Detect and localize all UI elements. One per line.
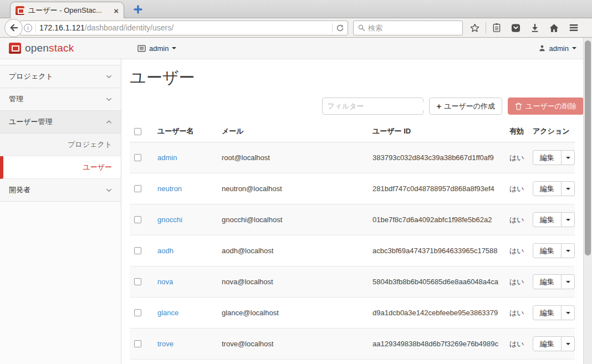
- address-text[interactable]: 172.16.1.121/dashboard/identity/users/: [39, 23, 329, 32]
- home-button[interactable]: [549, 23, 559, 33]
- column-header-email: メール: [217, 121, 368, 142]
- plus-icon: +: [436, 101, 441, 111]
- chevron-down-icon: [106, 74, 112, 79]
- edit-split-button: 編集: [533, 274, 575, 289]
- table-row: glance glance@localhost d9a1dcb0a3e142ce…: [130, 298, 575, 329]
- filter-input[interactable]: [327, 102, 425, 110]
- edit-dropdown-toggle[interactable]: [562, 336, 575, 351]
- browser-search-bar[interactable]: [353, 20, 463, 35]
- row-enabled-cell: はい: [505, 360, 528, 364]
- row-enabled-cell: はい: [505, 142, 528, 173]
- bookmark-star-button[interactable]: [469, 23, 480, 33]
- bookmarks-menu-button[interactable]: [492, 23, 502, 33]
- table-row: gnocchi gnocchi@localhost 01be7f8c7d6a40…: [130, 204, 575, 235]
- browser-tab-bar: ユーザー - OpenStac... ×: [0, 0, 592, 18]
- filter-field[interactable]: [322, 98, 423, 115]
- user-name-link[interactable]: nova: [157, 278, 173, 286]
- caret-down-icon: [566, 219, 570, 221]
- sidebar-section-identity[interactable]: ユーザー管理: [0, 111, 121, 134]
- select-all-checkbox[interactable]: [134, 128, 141, 135]
- caret-down-icon: [566, 250, 570, 252]
- row-checkbox[interactable]: [134, 340, 141, 347]
- menu-button[interactable]: [568, 23, 579, 32]
- row-name-cell: admin: [153, 142, 217, 173]
- row-email-cell: aodh@localhost: [217, 235, 368, 266]
- row-select-cell: [130, 329, 153, 360]
- row-select-cell: [130, 204, 153, 235]
- row-email-cell: glance@localhost: [217, 298, 368, 329]
- new-tab-button[interactable]: [132, 4, 144, 15]
- user-name-link[interactable]: glance: [157, 309, 178, 317]
- row-checkbox[interactable]: [134, 185, 141, 192]
- site-info-icon[interactable]: i: [24, 24, 32, 32]
- row-name-cell: trove: [153, 329, 217, 360]
- delete-users-button[interactable]: ユーザーの削除: [508, 98, 584, 115]
- url-bar[interactable]: i 172.16.1.121/dashboard/identity/users/: [20, 20, 348, 35]
- row-checkbox[interactable]: [134, 247, 141, 254]
- openstack-brand[interactable]: openstack: [9, 42, 74, 54]
- edit-dropdown-toggle[interactable]: [562, 274, 575, 289]
- row-enabled-cell: はい: [505, 235, 528, 266]
- user-account-menu[interactable]: admin: [538, 44, 576, 53]
- edit-button[interactable]: 編集: [533, 212, 562, 227]
- header-select-all[interactable]: [130, 121, 153, 142]
- user-name-link[interactable]: trove: [157, 340, 173, 348]
- download-arrow-icon: [530, 23, 540, 33]
- search-icon: [358, 24, 365, 32]
- home-icon: [549, 23, 559, 33]
- openstack-logo-icon: [9, 43, 21, 54]
- edit-button[interactable]: 編集: [533, 150, 562, 165]
- row-checkbox[interactable]: [134, 309, 141, 316]
- project-menu-label: admin: [149, 44, 169, 53]
- sidebar-section-project[interactable]: プロジェクト: [0, 65, 121, 88]
- page-title: ユーザー: [130, 67, 584, 89]
- row-email-cell: root@localhost: [217, 142, 368, 173]
- edit-dropdown-toggle[interactable]: [562, 212, 575, 227]
- edit-button[interactable]: 編集: [533, 243, 562, 258]
- row-id-cell: 383793c032d843c39a38b667d1ff0af9: [368, 142, 505, 173]
- edit-dropdown-toggle[interactable]: [562, 243, 575, 258]
- pocket-button[interactable]: [511, 23, 521, 33]
- user-name-link[interactable]: neutron: [157, 184, 182, 193]
- row-name-cell: neutron: [153, 173, 217, 204]
- sidebar-item-projects[interactable]: プロジェクト: [0, 134, 121, 156]
- back-button[interactable]: [4, 19, 23, 37]
- user-name-link[interactable]: gnocchi: [157, 216, 182, 224]
- user-name-link[interactable]: admin: [157, 153, 177, 162]
- user-name-link[interactable]: aodh: [157, 247, 173, 255]
- toolbar-separator: [486, 22, 486, 33]
- edit-button[interactable]: 編集: [533, 274, 562, 289]
- table-row: neutron neutron@localhost 281bdf747c0d48…: [130, 173, 575, 204]
- sidebar-item-users[interactable]: ユーザー: [0, 156, 121, 179]
- scrollbar-thumb[interactable]: [585, 40, 591, 255]
- hamburger-icon: [568, 23, 579, 32]
- row-enabled-cell: はい: [505, 298, 528, 329]
- sidebar-section-admin[interactable]: 管理: [0, 88, 121, 111]
- plus-icon: [134, 5, 142, 14]
- browser-search-input[interactable]: [368, 24, 440, 32]
- edit-dropdown-toggle[interactable]: [562, 150, 575, 165]
- edit-button[interactable]: 編集: [533, 181, 562, 196]
- sidebar: プロジェクト 管理 ユーザー管理 プロジェクト ユーザー 開発者: [0, 59, 121, 364]
- downloads-button[interactable]: [530, 23, 540, 33]
- browser-tab[interactable]: ユーザー - OpenStac... ×: [10, 2, 124, 19]
- row-id-cell: 281bdf747c0d48788957d868a8f93ef4: [368, 173, 505, 204]
- create-user-button[interactable]: + ユーザーの作成: [429, 98, 502, 115]
- edit-button[interactable]: 編集: [533, 336, 562, 351]
- reload-icon: [336, 24, 344, 32]
- edit-dropdown-toggle[interactable]: [562, 305, 575, 320]
- row-checkbox[interactable]: [134, 154, 141, 161]
- row-checkbox[interactable]: [134, 278, 141, 285]
- edit-dropdown-toggle[interactable]: [562, 181, 575, 196]
- row-name-cell: glance: [153, 298, 217, 329]
- table-controls: + ユーザーの作成 ユーザーの削除: [130, 98, 584, 115]
- edit-button[interactable]: 編集: [533, 305, 562, 320]
- tab-close-icon[interactable]: ×: [114, 7, 119, 15]
- sidebar-section-developer[interactable]: 開発者: [0, 179, 121, 202]
- trash-icon: [515, 102, 522, 110]
- reload-button[interactable]: [332, 23, 344, 33]
- page-scrollbar[interactable]: [583, 38, 592, 364]
- row-checkbox[interactable]: [134, 216, 141, 223]
- project-selector-menu[interactable]: admin: [137, 44, 176, 53]
- star-icon: [469, 23, 480, 33]
